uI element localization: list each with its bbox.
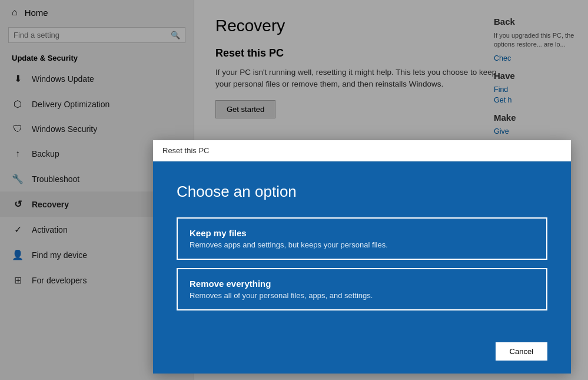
dialog-footer: Cancel <box>153 336 571 374</box>
reset-dialog: Reset this PC Choose an option Keep my f… <box>153 140 571 374</box>
dialog-body: Choose an option Keep my files Removes a… <box>153 161 571 336</box>
dialog-heading: Choose an option <box>177 183 547 201</box>
overlay: Reset this PC Choose an option Keep my f… <box>0 0 588 380</box>
keep-my-files-title: Keep my files <box>190 228 534 238</box>
remove-everything-title: Remove everything <box>190 279 534 289</box>
cancel-button[interactable]: Cancel <box>496 342 547 361</box>
keep-my-files-desc: Removes apps and settings, but keeps you… <box>190 240 534 249</box>
remove-everything-desc: Removes all of your personal files, apps… <box>190 291 534 300</box>
keep-my-files-option[interactable]: Keep my files Removes apps and settings,… <box>177 217 547 260</box>
remove-everything-option[interactable]: Remove everything Removes all of your pe… <box>177 268 547 310</box>
dialog-titlebar: Reset this PC <box>153 140 571 161</box>
